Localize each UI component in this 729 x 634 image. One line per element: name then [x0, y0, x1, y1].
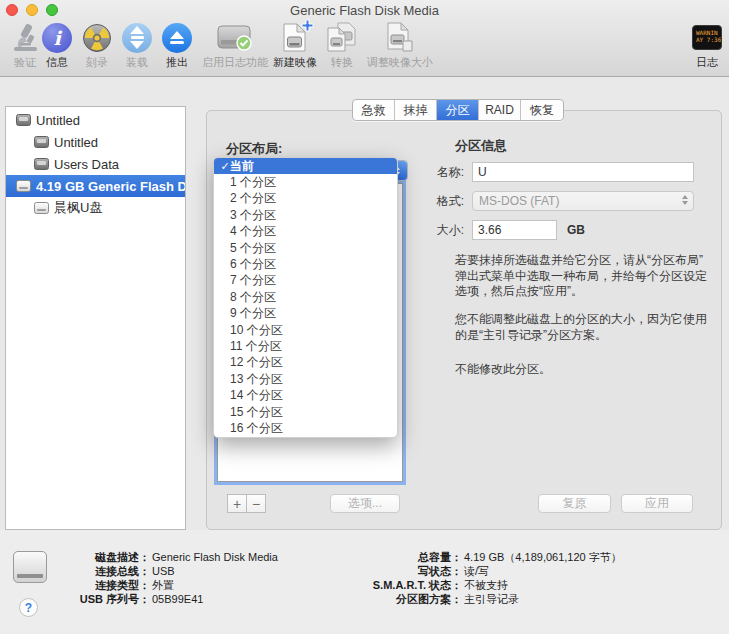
apply-button[interactable]: 应用: [621, 494, 693, 513]
toolbar-convert-button: 转换: [326, 21, 358, 70]
menu-item[interactable]: 5 个分区: [214, 240, 397, 256]
titlebar-toolbar: Generic Flash Disk Media 验证 i 信息: [0, 0, 729, 77]
sidebar-item-untitled-volume[interactable]: Untitled: [6, 131, 185, 153]
add-partition-button[interactable]: +: [227, 494, 247, 513]
help-text-modify: 不能修改此分区。: [455, 362, 707, 378]
menu-item-label: 16 个分区: [230, 420, 283, 437]
log-console-icon: WARNIN AY 7:36: [692, 21, 722, 54]
options-button[interactable]: 选项...: [330, 494, 400, 513]
menu-item[interactable]: 2 个分区: [214, 191, 397, 207]
menu-item-current[interactable]: ✓ 当前: [214, 158, 397, 174]
format-value: MS-DOS (FAT): [479, 194, 559, 208]
format-popup: MS-DOS (FAT): [472, 191, 694, 211]
menu-item[interactable]: 1 个分区: [214, 174, 397, 190]
toolbar-log-button[interactable]: WARNIN AY 7:36 日志: [692, 21, 722, 70]
toolbar-mount-button: 装载: [122, 21, 152, 70]
menu-item[interactable]: 10 个分区: [214, 322, 397, 338]
menu-item-label: 13 个分区: [230, 371, 283, 388]
device-list: Untitled Untitled Users Data 4.19 GB Gen…: [5, 106, 186, 530]
menu-item[interactable]: 9 个分区: [214, 306, 397, 322]
menu-item[interactable]: 15 个分区: [214, 404, 397, 420]
tab-erase[interactable]: 抹掉: [395, 100, 437, 120]
toolbar-burn-label: 刻录: [86, 55, 108, 70]
remove-partition-button[interactable]: −: [246, 494, 266, 513]
size-unit-label: GB: [567, 223, 585, 237]
size-label: 大小:: [404, 222, 464, 239]
menu-item[interactable]: 7 个分区: [214, 273, 397, 289]
tab-restore[interactable]: 恢复: [521, 100, 563, 120]
info-icon: i: [42, 21, 72, 54]
burn-icon: [82, 21, 112, 54]
window-title: Generic Flash Disk Media: [0, 3, 729, 18]
menu-item-label: 11 个分区: [230, 338, 282, 355]
toolbar-new-image-button[interactable]: 新建映像: [273, 21, 317, 70]
menu-item-label: 8 个分区: [230, 289, 276, 306]
internal-disk-icon: [34, 136, 49, 148]
menu-item-label: 4 个分区: [230, 223, 276, 240]
sidebar-item-flash-disk[interactable]: 4.19 GB Generic Flash D...: [6, 175, 185, 197]
toolbar-eject-button[interactable]: 推出: [162, 21, 192, 70]
menu-item-label: 10 个分区: [230, 322, 283, 339]
menu-item-label: 3 个分区: [230, 207, 276, 224]
sidebar-item-label: Users Data: [54, 157, 119, 172]
menu-item-label: 1 个分区: [230, 174, 276, 191]
menu-item[interactable]: 4 个分区: [214, 224, 397, 240]
toolbar-new-image-label: 新建映像: [273, 55, 317, 70]
external-disk-icon: [16, 180, 31, 192]
internal-disk-icon: [16, 114, 31, 126]
menu-item-label: 5 个分区: [230, 240, 276, 257]
revert-button[interactable]: 复原: [538, 494, 611, 513]
menu-item[interactable]: 3 个分区: [214, 207, 397, 223]
menu-item[interactable]: 6 个分区: [214, 256, 397, 272]
disk-info-right: 总容量：4.19 GB（4,189,061,120 字节） 写状态：读/写 S.…: [340, 550, 622, 606]
menu-item-label: 7 个分区: [230, 272, 276, 289]
external-disk-icon: [34, 202, 49, 214]
tab-raid[interactable]: RAID: [479, 100, 521, 120]
sidebar-item-label: 晨枫U盘: [54, 199, 102, 217]
size-field[interactable]: [472, 220, 557, 240]
sidebar-item-label: Untitled: [54, 135, 98, 150]
sidebar-item-untitled-disk[interactable]: Untitled: [6, 109, 185, 131]
menu-item-label: 15 个分区: [230, 404, 283, 421]
sidebar-item-label: 4.19 GB Generic Flash D...: [36, 179, 185, 194]
disk-utility-window: Generic Flash Disk Media 验证 i 信息: [0, 0, 729, 634]
format-label: 格式:: [404, 193, 464, 210]
toolbar-info-label: 信息: [46, 55, 68, 70]
menu-item[interactable]: 13 个分区: [214, 371, 397, 387]
menu-item[interactable]: 16 个分区: [214, 420, 397, 436]
resize-image-icon: [385, 21, 415, 54]
internal-disk-icon: [34, 158, 49, 170]
menu-item-label: 12 个分区: [230, 354, 283, 371]
disk-info-footer: ? 磁盘描述：Generic Flash Disk Media 连接总线：USB…: [0, 530, 729, 634]
toolbar-verify-label: 验证: [14, 55, 36, 70]
toolbar-eject-label: 推出: [166, 55, 188, 70]
menu-item-label: 2 个分区: [230, 190, 276, 207]
menu-item[interactable]: 14 个分区: [214, 387, 397, 403]
sidebar-item-users-data[interactable]: Users Data: [6, 153, 185, 175]
menu-item[interactable]: 11 个分区: [214, 338, 397, 354]
menu-item[interactable]: 12 个分区: [214, 355, 397, 371]
sidebar-item-usb-volume[interactable]: 晨枫U盘: [6, 197, 185, 219]
partition-info-title: 分区信息: [455, 137, 507, 155]
menu-item[interactable]: 8 个分区: [214, 289, 397, 305]
plus-badge-icon: [301, 18, 314, 36]
sidebar-item-label: Untitled: [36, 113, 80, 128]
tab-first-aid[interactable]: 急救: [353, 100, 395, 120]
help-text-resize: 您不能调整此磁盘上的分区的大小，因为它使用的是“主引导记录”分区方案。: [455, 312, 707, 343]
toolbar-journaling-button: 启用日志功能: [202, 21, 268, 70]
journaling-disk-icon: [217, 21, 253, 54]
toolbar-info-button[interactable]: i 信息: [42, 21, 72, 70]
toolbar-mount-label: 装载: [126, 55, 148, 70]
toolbar-convert-label: 转换: [331, 55, 353, 70]
name-field[interactable]: [472, 162, 694, 182]
toolbar-burn-button: 刻录: [82, 21, 112, 70]
new-image-icon: [282, 21, 308, 54]
tab-partition[interactable]: 分区: [437, 100, 479, 120]
eject-icon: [162, 21, 192, 54]
menu-item-label: 6 个分区: [230, 256, 276, 273]
partition-layout-label: 分区布局:: [226, 140, 282, 158]
menu-item-label: 14 个分区: [230, 387, 283, 404]
help-button[interactable]: ?: [19, 598, 38, 617]
toolbar-journaling-label: 启用日志功能: [202, 55, 268, 70]
microscope-icon: [10, 21, 40, 54]
